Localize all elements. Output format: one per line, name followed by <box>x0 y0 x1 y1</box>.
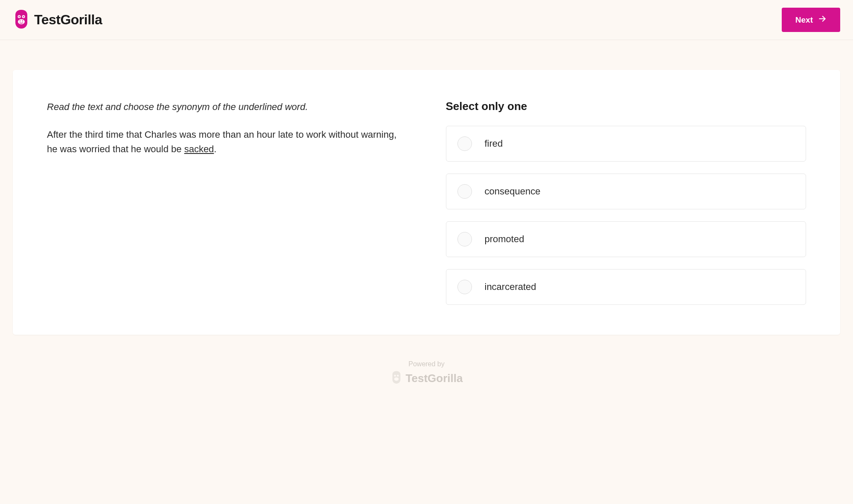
svg-point-2 <box>19 16 20 17</box>
powered-by-text: Powered by <box>408 360 445 368</box>
passage-before: After the third time that Charles was mo… <box>47 129 396 154</box>
option-label: fired <box>485 138 503 149</box>
question-card: Read the text and choose the synonym of … <box>13 70 840 335</box>
footer: Powered by TestGorilla <box>0 348 853 411</box>
answer-option-1[interactable]: consequence <box>446 174 806 209</box>
gorilla-icon <box>13 9 30 31</box>
radio-icon <box>457 136 472 151</box>
svg-point-5 <box>20 20 20 21</box>
svg-point-3 <box>23 16 24 17</box>
radio-icon <box>457 232 472 246</box>
arrow-right-icon <box>818 14 827 25</box>
footer-logo: TestGorilla <box>390 371 463 386</box>
header: TestGorilla Next <box>0 0 853 40</box>
answers-panel: Select only one fired consequence promot… <box>446 100 806 305</box>
logo-text: TestGorilla <box>34 12 102 28</box>
footer-brand: TestGorilla <box>406 372 463 385</box>
answer-option-0[interactable]: fired <box>446 126 806 162</box>
answer-option-3[interactable]: incarcerated <box>446 269 806 305</box>
answers-title: Select only one <box>446 100 806 113</box>
answer-option-2[interactable]: promoted <box>446 221 806 257</box>
passage-after: . <box>214 144 216 154</box>
svg-point-8 <box>394 375 396 377</box>
radio-icon <box>457 184 472 199</box>
passage-text: After the third time that Charles was mo… <box>47 127 399 156</box>
logo: TestGorilla <box>13 9 102 31</box>
gorilla-icon <box>390 371 402 386</box>
option-label: promoted <box>485 234 524 245</box>
radio-icon <box>457 280 472 294</box>
option-label: incarcerated <box>485 281 536 293</box>
option-label: consequence <box>485 186 541 197</box>
svg-point-9 <box>397 375 399 377</box>
next-button[interactable]: Next <box>782 8 840 32</box>
svg-point-6 <box>22 20 23 21</box>
question-panel: Read the text and choose the synonym of … <box>47 100 408 305</box>
instruction-text: Read the text and choose the synonym of … <box>47 100 399 114</box>
next-button-label: Next <box>795 15 813 25</box>
svg-point-10 <box>394 377 399 381</box>
underlined-word: sacked <box>184 144 214 154</box>
